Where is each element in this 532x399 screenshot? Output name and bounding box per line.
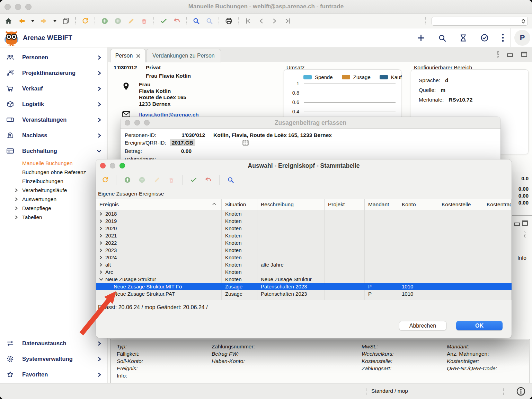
dialog-close-button[interactable] (125, 120, 130, 125)
confirm-check-icon[interactable] (189, 176, 198, 184)
chevron-right-icon[interactable] (99, 241, 103, 245)
table-row[interactable]: 2020Knoten (96, 225, 512, 232)
tab-verdankungen[interactable]: Verdankungen zu Person (146, 49, 221, 62)
search-icon[interactable] (192, 17, 200, 25)
chevron-right-icon[interactable] (99, 263, 103, 267)
undo-icon[interactable] (204, 176, 212, 184)
ereignis-id-value[interactable]: 2017.GB (170, 139, 195, 146)
dialog-minimize-button[interactable] (110, 163, 115, 168)
personen-id-value[interactable]: 1'030'012 (170, 132, 205, 138)
tab-person[interactable]: Person (110, 49, 146, 62)
chevron-right-icon[interactable] (99, 226, 103, 231)
refresh-icon[interactable] (81, 17, 89, 25)
new-item-plus-icon[interactable] (417, 34, 425, 42)
sidebar-subitem-einzelbuchungen[interactable]: Einzelbuchungen (0, 177, 107, 186)
column-header-kostenstelle[interactable]: Kostenstelle (438, 199, 483, 210)
global-search-icon[interactable] (438, 34, 446, 42)
table-row[interactable]: 2024Knoten (96, 254, 512, 261)
windows-stack-icon[interactable] (62, 17, 70, 25)
last-record-icon[interactable] (283, 17, 292, 25)
back-icon[interactable] (17, 17, 26, 25)
search-icon[interactable] (227, 176, 235, 184)
table-row[interactable]: 2019Knoten (96, 217, 512, 225)
info-circle-icon[interactable] (516, 387, 526, 396)
sidebar-subitem-buchungen-ohne-referenz[interactable]: Buchungen ohne Referenz (0, 168, 107, 177)
add-record-icon[interactable] (123, 176, 132, 184)
sidebar-subitem-verarbeitungsläufe[interactable]: Verarbeitungsläufe (0, 186, 107, 195)
sidebar-subitem-manuelle-buchungen[interactable]: Manuelle Buchungen (0, 159, 107, 168)
betrag-value[interactable]: 0.00 (170, 148, 192, 154)
table-row[interactable]: 2022Knoten (96, 239, 512, 246)
delete-trash-icon[interactable] (140, 17, 148, 25)
add-copy-record-icon[interactable] (114, 17, 122, 25)
search-again-icon[interactable] (205, 17, 213, 25)
chevron-down-icon[interactable] (99, 278, 103, 281)
column-header-beschreibung[interactable]: Beschreibung (257, 199, 325, 210)
cancel-button[interactable]: Abbrechen (399, 321, 446, 330)
sidebar-item-buchhaltung[interactable]: Buchhaltung (0, 143, 107, 159)
back-history-caret-icon[interactable] (30, 17, 35, 25)
panel-maximize-icon[interactable] (521, 52, 527, 57)
table-row[interactable]: 2021Knoten (96, 232, 512, 239)
status-handle-icon[interactable] (503, 388, 504, 395)
panel-minimize-icon[interactable] (507, 53, 513, 57)
dialog-zoom-button[interactable] (144, 120, 150, 125)
toolbar-combobox[interactable] (432, 17, 528, 26)
column-header-konto[interactable]: Konto (398, 199, 438, 210)
background-handle-dots-icon[interactable] (524, 232, 525, 238)
more-options-kebab-icon[interactable] (502, 33, 504, 42)
home-icon[interactable] (4, 17, 12, 25)
first-record-icon[interactable] (244, 17, 252, 25)
forward-history-caret-icon[interactable] (53, 17, 57, 25)
sidebar-item-personen[interactable]: Personen (0, 50, 107, 65)
chevron-right-icon[interactable] (99, 248, 103, 252)
sidebar-item-verkauf[interactable]: Verkauf (0, 81, 107, 96)
column-header-situation[interactable]: Situation (222, 199, 257, 210)
dialog-zoom-button[interactable] (119, 163, 125, 168)
delete-trash-icon[interactable] (167, 176, 175, 184)
chevron-right-icon[interactable] (99, 219, 103, 223)
user-avatar[interactable]: P (514, 30, 530, 46)
undo-icon[interactable] (172, 17, 181, 25)
table-row[interactable]: Neue Zusage StrukturKnotenNeue Zusage St… (96, 276, 512, 283)
table-row-selected[interactable]: Neue Zusage Struktur.MIT FöZusagePatensc… (96, 283, 512, 290)
edit-pencil-icon[interactable] (152, 176, 161, 184)
table-row[interactable]: Neue Zusage Struktur.PATZusagePatenschaf… (96, 290, 512, 297)
confirm-check-icon[interactable] (159, 17, 168, 25)
table-row[interactable]: 2018Knoten (96, 210, 512, 217)
chevron-right-icon[interactable] (99, 255, 103, 260)
add-copy-record-icon[interactable] (138, 176, 146, 184)
chevron-right-icon[interactable] (99, 234, 103, 238)
column-header-mandant[interactable]: Mandant (365, 199, 398, 210)
forward-icon[interactable] (39, 17, 48, 25)
panel-handle-dots-icon[interactable] (497, 51, 499, 58)
edit-pencil-icon[interactable] (127, 17, 135, 25)
add-record-icon[interactable] (100, 17, 109, 25)
chevron-right-icon[interactable] (99, 270, 103, 274)
dialog-close-button[interactable] (100, 163, 106, 168)
chevron-right-icon[interactable] (99, 212, 103, 216)
sidebar-item-favoriten[interactable]: Favoriten (0, 367, 107, 382)
table-row[interactable]: ArcKnoten (96, 268, 512, 276)
next-record-icon[interactable] (270, 17, 278, 25)
sidebar-subitem-datenpflege[interactable]: Datenpflege (0, 204, 107, 213)
refresh-icon[interactable] (101, 176, 109, 184)
background-maximize-icon[interactable] (522, 220, 528, 226)
column-header-kostenträger[interactable]: Kostenträger (483, 199, 512, 210)
lookup-grid-icon[interactable] (242, 140, 249, 146)
dialog-minimize-button[interactable] (134, 120, 140, 125)
background-info-tab[interactable]: Info (517, 255, 526, 261)
table-row[interactable]: altKnotenalte Jahre (96, 261, 512, 268)
maximize-window-button[interactable] (25, 4, 32, 10)
sidebar-item-projektfinanzierung[interactable]: Projektfinanzierung (0, 65, 107, 81)
sidebar-subitem-auswertungen[interactable]: Auswertungen (0, 195, 107, 204)
minimize-window-button[interactable] (15, 4, 21, 10)
previous-record-icon[interactable] (257, 17, 265, 25)
sidebar-item-systemverwaltung[interactable]: Systemverwaltung (0, 351, 107, 367)
column-header-projekt[interactable]: Projekt (325, 199, 365, 210)
ok-button[interactable]: OK (456, 321, 503, 330)
table-row[interactable]: 2023Knoten (96, 246, 512, 254)
tasks-check-circle-icon[interactable] (480, 33, 489, 42)
close-tab-icon[interactable] (136, 54, 141, 58)
sidebar-item-veranstaltungen[interactable]: Veranstaltungen (0, 112, 107, 128)
